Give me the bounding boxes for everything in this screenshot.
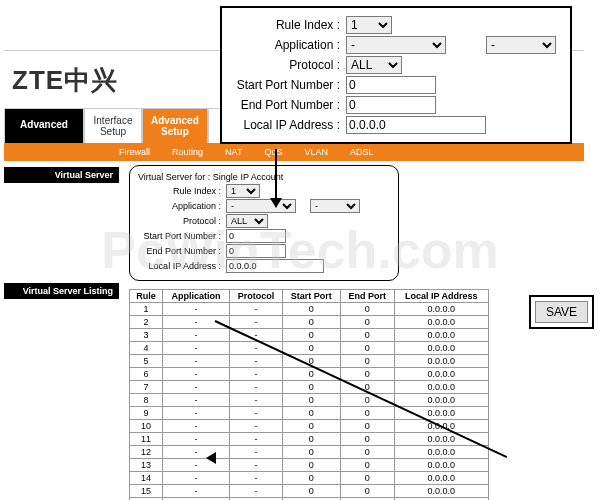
table-cell: 12 [130, 446, 163, 459]
f-end-port-input[interactable] [226, 244, 286, 258]
subnav-firewall[interactable]: Firewall [119, 147, 150, 157]
virtual-server-form: Virtual Server for : Single IP Account R… [129, 165, 399, 281]
f-protocol-select[interactable]: ALL [226, 214, 268, 228]
f-protocol-label: Protocol : [134, 216, 226, 226]
subnav-qos[interactable]: QoS [264, 147, 282, 157]
start-port-input[interactable] [346, 76, 436, 94]
table-cell: 7 [130, 381, 163, 394]
f-application-select-2[interactable]: - [310, 199, 360, 213]
table-cell: 9 [130, 407, 163, 420]
table-row[interactable]: 8--000.0.0.0 [130, 394, 489, 407]
table-row[interactable]: 11--000.0.0.0 [130, 433, 489, 446]
table-cell: - [163, 420, 230, 433]
table-cell: 0 [282, 407, 340, 420]
table-cell: 0 [340, 446, 394, 459]
table-cell: 14 [130, 472, 163, 485]
subnav-vlan[interactable]: VLAN [304, 147, 328, 157]
f-local-ip-input[interactable] [226, 259, 324, 273]
subnav-nat[interactable]: NAT [225, 147, 242, 157]
table-cell: 11 [130, 433, 163, 446]
f-local-ip-label: Local IP Address : [134, 261, 226, 271]
table-cell: - [230, 316, 283, 329]
table-cell: 0 [340, 355, 394, 368]
sidebar: Virtual Server Virtual Server Listing [4, 161, 119, 500]
rule-index-select[interactable]: 1 [346, 16, 392, 34]
table-row[interactable]: 4--000.0.0.0 [130, 342, 489, 355]
start-port-label: Start Port Number : [226, 78, 346, 92]
end-port-input[interactable] [346, 96, 436, 114]
table-cell: 0.0.0.0 [394, 355, 488, 368]
table-cell: 0 [282, 459, 340, 472]
table-cell: 0 [340, 342, 394, 355]
f-start-port-input[interactable] [226, 229, 286, 243]
sidebar-virtual-server: Virtual Server [4, 167, 119, 183]
save-button-callout-btn[interactable]: SAVE [535, 301, 588, 323]
table-cell: 4 [130, 342, 163, 355]
table-header: Rule [130, 290, 163, 303]
table-header: Application [163, 290, 230, 303]
table-cell: - [163, 329, 230, 342]
table-row[interactable]: 7--000.0.0.0 [130, 381, 489, 394]
table-row[interactable]: 12--000.0.0.0 [130, 446, 489, 459]
table-cell: 0.0.0.0 [394, 407, 488, 420]
table-row[interactable]: 3--000.0.0.0 [130, 329, 489, 342]
table-cell: 0.0.0.0 [394, 342, 488, 355]
f-rule-index-select[interactable]: 1 [226, 184, 260, 198]
f-application-select[interactable]: - [226, 199, 296, 213]
table-cell: - [230, 303, 283, 316]
table-cell: 0 [340, 368, 394, 381]
subnav-routing[interactable]: Routing [172, 147, 203, 157]
table-cell: 2 [130, 316, 163, 329]
table-cell: - [230, 420, 283, 433]
table-header: End Port [340, 290, 394, 303]
table-cell: 0 [282, 446, 340, 459]
local-ip-input[interactable] [346, 116, 486, 134]
table-cell: 15 [130, 485, 163, 498]
table-cell: 1 [130, 303, 163, 316]
application-select-2[interactable]: - [486, 36, 556, 54]
tab-interface-setup[interactable]: Interface Setup [84, 108, 142, 143]
table-cell: - [230, 381, 283, 394]
table-header: Start Port [282, 290, 340, 303]
table-row[interactable]: 1--000.0.0.0 [130, 303, 489, 316]
table-cell: 0 [282, 433, 340, 446]
table-cell: - [230, 472, 283, 485]
tab-advanced-setup[interactable]: Advanced Setup [142, 108, 208, 143]
table-header: Protocol [230, 290, 283, 303]
table-cell: - [163, 381, 230, 394]
table-cell: - [163, 446, 230, 459]
protocol-label: Protocol : [226, 58, 346, 72]
application-select[interactable]: - [346, 36, 446, 54]
table-cell: 0.0.0.0 [394, 394, 488, 407]
table-cell: 0.0.0.0 [394, 329, 488, 342]
table-cell: 0.0.0.0 [394, 446, 488, 459]
table-cell: 0 [282, 420, 340, 433]
f-application-label: Application : [134, 201, 226, 211]
table-cell: 0 [282, 381, 340, 394]
save-button-callout: SAVE [529, 295, 594, 329]
subnav-adsl[interactable]: ADSL [350, 147, 374, 157]
table-cell: - [163, 407, 230, 420]
table-row[interactable]: 2--000.0.0.0 [130, 316, 489, 329]
table-row[interactable]: 15--000.0.0.0 [130, 485, 489, 498]
table-cell: 0 [282, 485, 340, 498]
arrow-callout-to-form [275, 149, 277, 201]
table-cell: 10 [130, 420, 163, 433]
table-row[interactable]: 13--000.0.0.0 [130, 459, 489, 472]
table-cell: 0.0.0.0 [394, 316, 488, 329]
table-cell: 0 [340, 303, 394, 316]
table-cell: 0 [340, 407, 394, 420]
sidebar-listing: Virtual Server Listing [4, 283, 119, 299]
table-cell: 0 [340, 485, 394, 498]
table-cell: - [163, 355, 230, 368]
tab-advanced[interactable]: Advanced [4, 108, 84, 143]
table-cell: 0.0.0.0 [394, 303, 488, 316]
table-cell: 0 [340, 472, 394, 485]
table-cell: 0 [340, 329, 394, 342]
table-row[interactable]: 14--000.0.0.0 [130, 472, 489, 485]
protocol-select[interactable]: ALL [346, 56, 402, 74]
table-row[interactable]: 9--000.0.0.0 [130, 407, 489, 420]
f-end-port-label: End Port Number : [134, 246, 226, 256]
table-cell: 5 [130, 355, 163, 368]
table-row[interactable]: 6--000.0.0.0 [130, 368, 489, 381]
